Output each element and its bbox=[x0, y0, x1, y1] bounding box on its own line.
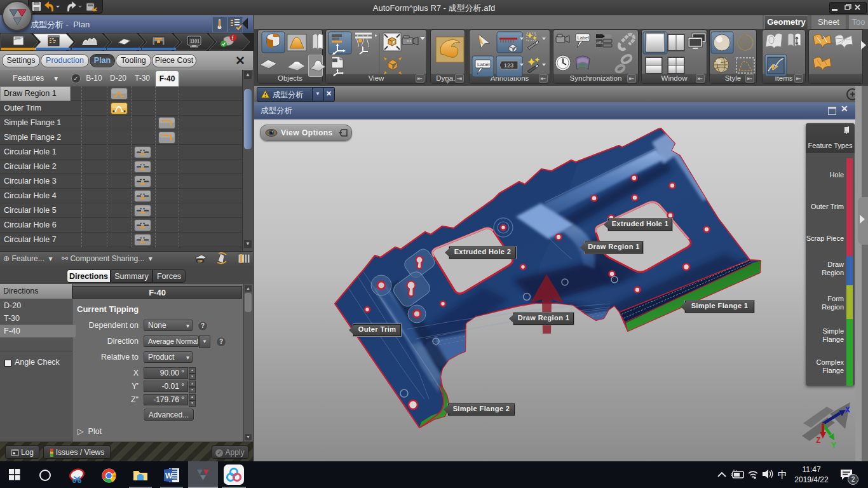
svg-text:Y: Y bbox=[831, 441, 836, 451]
svg-text:X: X bbox=[845, 405, 850, 415]
svg-text:Con: Con bbox=[597, 40, 601, 43]
svg-text:OP: OP bbox=[198, 259, 203, 263]
svg-text:Label: Label bbox=[578, 35, 590, 41]
svg-text:123: 123 bbox=[504, 62, 513, 69]
svg-text:W: W bbox=[165, 471, 173, 480]
svg-text:Label: Label bbox=[477, 62, 490, 67]
svg-text:1101: 1101 bbox=[190, 39, 200, 43]
svg-text:Z: Z bbox=[816, 436, 821, 445]
